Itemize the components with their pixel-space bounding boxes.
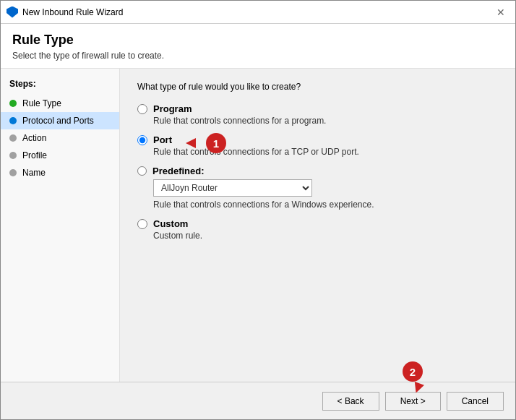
- sidebar-item-name[interactable]: Name: [1, 164, 119, 181]
- page-title: Rule Type: [12, 33, 504, 48]
- sidebar-label-name: Name: [22, 168, 46, 178]
- desc-program: Rule that controls connections for a pro…: [153, 116, 498, 126]
- question-text: What type of rule would you like to crea…: [137, 82, 498, 92]
- sidebar-label-protocol: Protocol and Ports: [22, 116, 94, 126]
- radio-custom[interactable]: [137, 219, 147, 229]
- sidebar-item-action[interactable]: Action: [1, 129, 119, 147]
- radio-group: Program Rule that controls connections f…: [137, 103, 498, 249]
- desc-predefined: Rule that controls connections for a Win…: [153, 200, 498, 210]
- cancel-button[interactable]: Cancel: [447, 392, 504, 411]
- label-program[interactable]: Program: [153, 103, 192, 114]
- main-panel: What type of rule would you like to crea…: [120, 69, 515, 382]
- sidebar-title: Steps:: [1, 76, 119, 95]
- sidebar-label-action: Action: [22, 133, 46, 143]
- window-icon: [7, 7, 18, 18]
- label-port[interactable]: Port: [153, 134, 172, 145]
- title-bar: New Inbound Rule Wizard ✕: [1, 1, 515, 24]
- next-button[interactable]: Next >: [385, 392, 441, 411]
- sidebar-dot-protocol: [9, 117, 17, 124]
- sidebar-item-protocol-ports[interactable]: Protocol and Ports: [1, 112, 119, 129]
- title-bar-text: New Inbound Rule Wizard: [22, 7, 488, 17]
- sidebar-dot-name: [9, 169, 17, 176]
- option-custom: Custom Custom rule.: [137, 218, 498, 241]
- option-program: Program Rule that controls connections f…: [137, 103, 498, 126]
- sidebar-dot-profile: [9, 152, 17, 159]
- sidebar-item-rule-type[interactable]: Rule Type: [1, 95, 119, 112]
- sidebar-label-profile: Profile: [22, 150, 47, 160]
- footer: 2 < Back Next > Cancel: [1, 382, 515, 419]
- back-button[interactable]: < Back: [322, 392, 379, 411]
- desc-custom: Custom rule.: [153, 231, 498, 241]
- option-port: Port Rule that controls connections for …: [137, 134, 498, 157]
- sidebar: Steps: Rule Type Protocol and Ports Acti…: [1, 69, 120, 382]
- sidebar-label-rule-type: Rule Type: [22, 98, 61, 108]
- close-button[interactable]: ✕: [492, 4, 509, 21]
- radio-port[interactable]: [137, 135, 147, 145]
- sidebar-dot-rule-type: [9, 100, 17, 107]
- wizard-window: New Inbound Rule Wizard ✕ Rule Type Sele…: [0, 0, 516, 420]
- label-custom[interactable]: Custom: [153, 218, 188, 229]
- predefined-dropdown[interactable]: AllJoyn Router: [153, 179, 312, 197]
- sidebar-item-profile[interactable]: Profile: [1, 147, 119, 164]
- sidebar-dot-action: [9, 134, 17, 142]
- radio-predefined[interactable]: [137, 166, 147, 176]
- option-predefined: Predefined: AllJoyn Router Rule that con…: [137, 166, 498, 210]
- label-predefined[interactable]: Predefined:: [152, 166, 205, 176]
- radio-program[interactable]: [137, 104, 147, 114]
- content-area: Steps: Rule Type Protocol and Ports Acti…: [1, 69, 515, 382]
- desc-port: Rule that controls connections for a TCP…: [153, 147, 498, 157]
- page-subtitle: Select the type of firewall rule to crea…: [12, 51, 504, 61]
- page-header: Rule Type Select the type of firewall ru…: [1, 24, 515, 69]
